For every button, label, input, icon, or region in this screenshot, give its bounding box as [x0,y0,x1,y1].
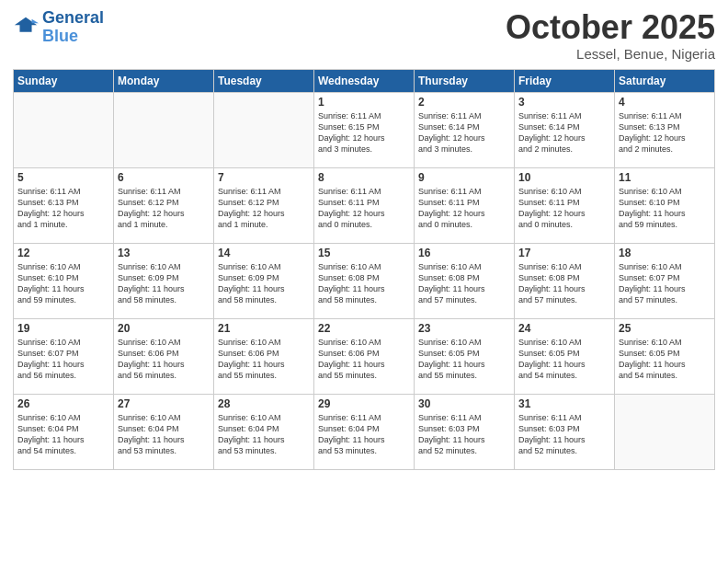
svg-marker-0 [15,17,37,32]
day-info: Sunrise: 6:11 AM Sunset: 6:12 PM Dayligh… [118,186,210,231]
day-info: Sunrise: 6:11 AM Sunset: 6:03 PM Dayligh… [518,412,610,457]
calendar-cell: 1Sunrise: 6:11 AM Sunset: 6:15 PM Daylig… [314,92,415,167]
calendar-header-sunday: Sunday [14,69,114,92]
day-number: 18 [619,247,711,259]
day-number: 8 [318,171,410,184]
day-info: Sunrise: 6:10 AM Sunset: 6:10 PM Dayligh… [17,261,109,306]
day-number: 17 [518,247,610,259]
day-info: Sunrise: 6:10 AM Sunset: 6:10 PM Dayligh… [619,186,711,231]
day-info: Sunrise: 6:10 AM Sunset: 6:08 PM Dayligh… [418,261,510,306]
day-info: Sunrise: 6:10 AM Sunset: 6:07 PM Dayligh… [619,261,711,306]
calendar-cell: 16Sunrise: 6:10 AM Sunset: 6:08 PM Dayli… [415,243,515,318]
day-number: 21 [218,322,310,335]
day-info: Sunrise: 6:11 AM Sunset: 6:03 PM Dayligh… [418,412,510,457]
calendar-week-4: 19Sunrise: 6:10 AM Sunset: 6:07 PM Dayli… [14,318,715,394]
logo-text: General Blue [42,9,104,46]
calendar-table: SundayMondayTuesdayWednesdayThursdayFrid… [13,69,715,470]
day-info: Sunrise: 6:10 AM Sunset: 6:06 PM Dayligh… [318,337,410,382]
calendar-cell: 3Sunrise: 6:11 AM Sunset: 6:14 PM Daylig… [515,92,615,167]
calendar-cell: 24Sunrise: 6:10 AM Sunset: 6:05 PM Dayli… [515,318,615,394]
day-info: Sunrise: 6:10 AM Sunset: 6:08 PM Dayligh… [518,261,610,306]
calendar-cell: 26Sunrise: 6:10 AM Sunset: 6:04 PM Dayli… [14,394,114,469]
day-number: 13 [118,247,210,259]
calendar-cell: 28Sunrise: 6:10 AM Sunset: 6:04 PM Dayli… [214,394,314,469]
calendar-cell: 27Sunrise: 6:10 AM Sunset: 6:04 PM Dayli… [114,394,214,469]
day-number: 2 [418,96,510,109]
day-number: 20 [118,322,210,335]
calendar-header-thursday: Thursday [415,69,515,92]
day-number: 29 [318,397,410,410]
calendar-header-row: SundayMondayTuesdayWednesdayThursdayFrid… [14,69,715,92]
calendar-cell: 6Sunrise: 6:11 AM Sunset: 6:12 PM Daylig… [114,167,214,243]
day-number: 31 [518,397,610,410]
calendar-cell: 14Sunrise: 6:10 AM Sunset: 6:09 PM Dayli… [214,243,314,318]
day-number: 4 [619,96,711,109]
day-number: 7 [218,171,310,184]
calendar-cell [14,92,114,167]
day-info: Sunrise: 6:11 AM Sunset: 6:04 PM Dayligh… [318,412,410,457]
calendar-cell: 29Sunrise: 6:11 AM Sunset: 6:04 PM Dayli… [314,394,415,469]
day-number: 9 [418,171,510,184]
calendar-cell [114,92,214,167]
day-number: 14 [218,247,310,259]
calendar-cell: 4Sunrise: 6:11 AM Sunset: 6:13 PM Daylig… [615,92,715,167]
calendar-cell: 30Sunrise: 6:11 AM Sunset: 6:03 PM Dayli… [415,394,515,469]
calendar-header-tuesday: Tuesday [214,69,314,92]
day-info: Sunrise: 6:10 AM Sunset: 6:04 PM Dayligh… [17,412,109,457]
day-info: Sunrise: 6:11 AM Sunset: 6:12 PM Dayligh… [218,186,310,231]
day-number: 12 [17,247,109,259]
day-number: 30 [418,397,510,410]
day-info: Sunrise: 6:10 AM Sunset: 6:06 PM Dayligh… [118,337,210,382]
day-info: Sunrise: 6:11 AM Sunset: 6:15 PM Dayligh… [318,110,410,155]
calendar-week-5: 26Sunrise: 6:10 AM Sunset: 6:04 PM Dayli… [14,394,715,469]
calendar-cell: 21Sunrise: 6:10 AM Sunset: 6:06 PM Dayli… [214,318,314,394]
logo-icon [13,15,39,40]
day-number: 1 [318,96,410,109]
day-info: Sunrise: 6:10 AM Sunset: 6:08 PM Dayligh… [318,261,410,306]
day-number: 24 [518,322,610,335]
day-info: Sunrise: 6:10 AM Sunset: 6:06 PM Dayligh… [218,337,310,382]
calendar-cell [615,394,715,469]
day-info: Sunrise: 6:10 AM Sunset: 6:04 PM Dayligh… [218,412,310,457]
calendar-week-3: 12Sunrise: 6:10 AM Sunset: 6:10 PM Dayli… [14,243,715,318]
calendar-cell: 5Sunrise: 6:11 AM Sunset: 6:13 PM Daylig… [14,167,114,243]
day-info: Sunrise: 6:10 AM Sunset: 6:09 PM Dayligh… [118,261,210,306]
month-title: October 2025 [506,9,715,46]
calendar-cell: 15Sunrise: 6:10 AM Sunset: 6:08 PM Dayli… [314,243,415,318]
day-info: Sunrise: 6:11 AM Sunset: 6:13 PM Dayligh… [619,110,711,155]
calendar-header-saturday: Saturday [615,69,715,92]
day-info: Sunrise: 6:11 AM Sunset: 6:14 PM Dayligh… [518,110,610,155]
day-info: Sunrise: 6:10 AM Sunset: 6:05 PM Dayligh… [518,337,610,382]
calendar-cell: 10Sunrise: 6:10 AM Sunset: 6:11 PM Dayli… [515,167,615,243]
day-number: 11 [619,171,711,184]
day-number: 3 [518,96,610,109]
day-number: 23 [418,322,510,335]
day-info: Sunrise: 6:10 AM Sunset: 6:09 PM Dayligh… [218,261,310,306]
calendar-cell: 25Sunrise: 6:10 AM Sunset: 6:05 PM Dayli… [615,318,715,394]
svg-marker-1 [32,18,39,23]
day-number: 25 [619,322,711,335]
calendar-cell: 22Sunrise: 6:10 AM Sunset: 6:06 PM Dayli… [314,318,415,394]
day-number: 5 [17,171,109,184]
calendar-header-monday: Monday [114,69,214,92]
calendar-cell: 20Sunrise: 6:10 AM Sunset: 6:06 PM Dayli… [114,318,214,394]
header: General Blue October 2025 Lessel, Benue,… [13,9,715,62]
logo: General Blue [13,9,104,46]
day-number: 26 [17,397,109,410]
day-info: Sunrise: 6:10 AM Sunset: 6:11 PM Dayligh… [518,186,610,231]
calendar-cell: 2Sunrise: 6:11 AM Sunset: 6:14 PM Daylig… [415,92,515,167]
day-info: Sunrise: 6:11 AM Sunset: 6:14 PM Dayligh… [418,110,510,155]
calendar-week-1: 1Sunrise: 6:11 AM Sunset: 6:15 PM Daylig… [14,92,715,167]
title-block: October 2025 Lessel, Benue, Nigeria [506,9,715,62]
day-number: 6 [118,171,210,184]
page-container: General Blue October 2025 Lessel, Benue,… [0,0,728,479]
day-info: Sunrise: 6:11 AM Sunset: 6:11 PM Dayligh… [418,186,510,231]
day-info: Sunrise: 6:11 AM Sunset: 6:11 PM Dayligh… [318,186,410,231]
location: Lessel, Benue, Nigeria [506,46,715,62]
day-number: 28 [218,397,310,410]
calendar-cell: 12Sunrise: 6:10 AM Sunset: 6:10 PM Dayli… [14,243,114,318]
day-info: Sunrise: 6:10 AM Sunset: 6:05 PM Dayligh… [619,337,711,382]
calendar-header-friday: Friday [515,69,615,92]
day-number: 19 [17,322,109,335]
calendar-week-2: 5Sunrise: 6:11 AM Sunset: 6:13 PM Daylig… [14,167,715,243]
